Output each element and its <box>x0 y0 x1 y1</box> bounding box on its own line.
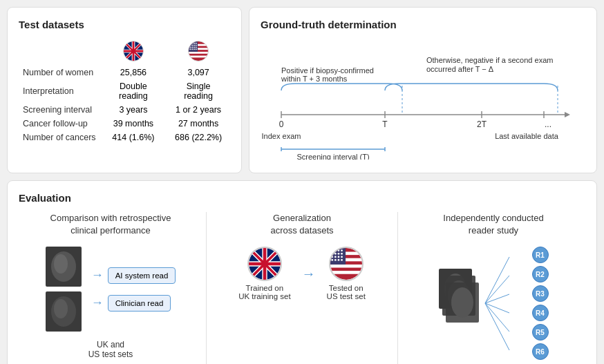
reader-title: Independently conductedreader study <box>408 212 578 237</box>
row-us-value: 27 months <box>167 117 230 131</box>
us-flag-header <box>167 39 230 66</box>
svg-text:0: 0 <box>279 119 284 129</box>
eval-divider-2 <box>397 212 398 364</box>
row-label: Screening interval <box>19 103 100 117</box>
svg-point-15 <box>190 43 191 44</box>
comparison-diagram: → AI system read → Clinician read <box>26 247 196 332</box>
svg-point-27 <box>190 48 191 50</box>
svg-point-20 <box>191 45 193 46</box>
us-flag-large-icon <box>329 247 364 281</box>
svg-point-24 <box>191 46 193 48</box>
row-uk-value: 25,856 <box>100 66 167 79</box>
svg-line-99 <box>485 303 509 313</box>
row-uk-value: 414 (1.6%) <box>100 131 167 144</box>
svg-point-83 <box>334 256 337 258</box>
svg-point-81 <box>341 253 343 255</box>
svg-text:...: ... <box>545 119 551 129</box>
eval-divider-1 <box>206 212 207 364</box>
svg-text:Screening interval (T): Screening interval (T) <box>296 153 369 160</box>
datasets-row: Number of women 25,856 3,097 <box>19 66 230 79</box>
mammogram-image-top <box>46 247 82 287</box>
svg-text:occurred after T − Δ: occurred after T − Δ <box>426 65 494 73</box>
svg-text:2T: 2T <box>477 119 487 129</box>
mammogram-image-bottom <box>46 291 82 332</box>
reader-r4: R4 <box>532 305 549 321</box>
uk-flag-large-icon <box>247 247 282 281</box>
svg-point-16 <box>191 43 193 44</box>
reader-mammo-stack <box>439 269 480 338</box>
svg-point-18 <box>196 43 197 44</box>
clinician-read-arrow: → Clinician read <box>91 295 176 312</box>
svg-point-19 <box>190 45 191 46</box>
reader-lines-svg <box>482 248 537 358</box>
eval-panel-comparison: Comparison with retrospectiveclinical pe… <box>19 212 202 359</box>
svg-text:Positive if biopsy-confirmed: Positive if biopsy-confirmed <box>281 66 374 75</box>
svg-point-82 <box>331 256 333 258</box>
svg-text:T: T <box>382 119 388 129</box>
svg-point-84 <box>337 256 339 258</box>
uk-gen-item: Trained on UK training set <box>238 247 290 300</box>
clinician-read-box: Clinician read <box>108 295 171 312</box>
row-us-value: 686 (22.2%) <box>167 131 230 144</box>
ground-truth-title: Ground-truth determination <box>261 19 585 30</box>
comparison-title: Comparison with retrospectiveclinical pe… <box>26 212 196 237</box>
row-uk-value: Double reading <box>100 79 167 103</box>
mammogram-stack <box>46 247 82 332</box>
row-us-value: 3,097 <box>167 66 230 79</box>
test-datasets-title: Test datasets <box>19 19 230 30</box>
row-us-value: Single reading <box>167 79 230 103</box>
svg-rect-13 <box>189 56 208 58</box>
arrow-right-icon-2: → <box>91 296 104 310</box>
svg-point-74 <box>331 250 333 252</box>
svg-text:Otherwise, negative if a secon: Otherwise, negative if a second exam <box>426 56 553 64</box>
svg-rect-72 <box>330 271 362 274</box>
comparison-caption: UK and US test sets <box>26 340 196 359</box>
main-container: Test datasets <box>0 0 604 364</box>
row-uk-value: 39 months <box>100 117 167 131</box>
svg-text:Index exam: Index exam <box>262 132 301 140</box>
row-label: Number of women <box>19 66 100 79</box>
test-datasets-card: Test datasets <box>7 7 242 173</box>
evaluation-title: Evaluation <box>19 192 585 204</box>
datasets-row: Number of cancers 414 (1.6%) 686 (22.2%) <box>19 131 230 144</box>
reader-r3: R3 <box>532 285 549 302</box>
eval-panel-reader: Independently conductedreader study <box>402 212 585 364</box>
svg-text:within T + 3 months: within T + 3 months <box>281 75 348 83</box>
gen-diagram: Trained on UK training set → <box>217 247 387 300</box>
svg-rect-12 <box>189 52 208 54</box>
svg-point-25 <box>194 46 195 48</box>
svg-point-86 <box>331 259 333 261</box>
svg-point-87 <box>334 259 337 261</box>
us-flag-icon <box>188 41 209 61</box>
reader-r6: R6 <box>532 343 549 360</box>
datasets-row: Cancer follow-up 39 months 27 months <box>19 117 230 131</box>
svg-marker-32 <box>565 112 570 117</box>
reader-diagram: R1 R2 R3 R4 R5 R6 <box>408 247 578 360</box>
svg-point-89 <box>341 259 343 261</box>
svg-point-21 <box>194 45 195 46</box>
row-us-value: 1 or 2 years <box>167 103 230 117</box>
svg-point-28 <box>191 48 193 50</box>
svg-point-26 <box>196 46 197 48</box>
ai-read-arrow: → AI system read <box>91 267 176 284</box>
svg-text:Last available data: Last available data <box>495 132 559 140</box>
reader-r2: R2 <box>532 266 549 282</box>
arrow-right-icon: → <box>91 268 104 282</box>
svg-point-79 <box>334 253 337 255</box>
read-arrows: → AI system read → Clinician read <box>91 267 176 312</box>
svg-point-85 <box>341 256 343 258</box>
svg-point-22 <box>196 45 197 46</box>
ai-read-box: AI system read <box>108 267 176 284</box>
svg-point-55 <box>54 254 68 274</box>
datasets-table: Number of women 25,856 3,097 Interpretat… <box>19 39 230 144</box>
svg-point-75 <box>334 250 337 252</box>
row-label: Cancer follow-up <box>19 117 100 131</box>
svg-point-78 <box>331 253 333 255</box>
datasets-row: Interpretation Double reading Single rea… <box>19 79 230 103</box>
trained-label: Trained on UK training set <box>238 284 290 300</box>
evaluation-card: Evaluation Comparison with retrospective… <box>7 180 597 364</box>
row-label: Number of cancers <box>19 131 100 144</box>
svg-line-101 <box>485 303 509 350</box>
reader-r1: R1 <box>532 247 549 263</box>
reader-r5: R5 <box>532 324 549 341</box>
